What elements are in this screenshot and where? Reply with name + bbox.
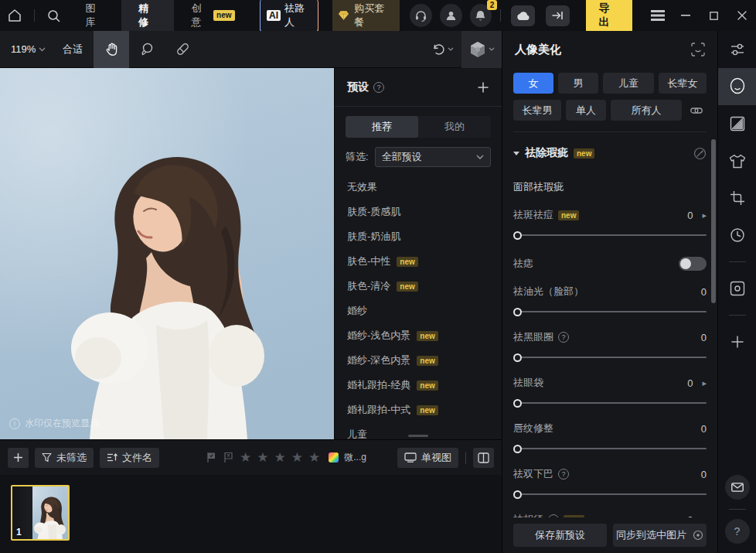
- slider-thumb[interactable]: [513, 308, 522, 316]
- maximize-button[interactable]: [700, 0, 727, 31]
- preview-style-button[interactable]: [461, 31, 502, 68]
- star-rating-4[interactable]: ★: [291, 449, 303, 466]
- account-button[interactable]: [440, 4, 462, 27]
- sidebar-watermark-frame[interactable]: [718, 270, 756, 307]
- section-reset-button[interactable]: [693, 147, 707, 160]
- preset-help-icon[interactable]: ?: [373, 82, 384, 93]
- filter-status-button[interactable]: 未筛选: [35, 448, 94, 468]
- face-btn-female[interactable]: 女: [513, 73, 553, 94]
- slider-track[interactable]: [513, 353, 707, 362]
- sync-to-selected-button[interactable]: 同步到选中图片: [613, 524, 707, 547]
- heal-patch-tool-button[interactable]: [165, 31, 200, 68]
- face-btn-child[interactable]: 儿童: [603, 73, 654, 94]
- slider-thumb[interactable]: [513, 399, 522, 408]
- sidebar-portrait[interactable]: [718, 68, 756, 105]
- slider-track[interactable]: [513, 490, 707, 499]
- close-button[interactable]: [728, 0, 756, 31]
- sidebar-adjustments[interactable]: [718, 31, 756, 68]
- flag-reject-icon[interactable]: [223, 452, 234, 463]
- panel-scrollbar[interactable]: [711, 139, 716, 303]
- face-btn-elder-female[interactable]: 长辈女: [659, 73, 707, 94]
- single-view-button[interactable]: 单视图: [397, 448, 458, 468]
- link-faces-button[interactable]: [686, 100, 707, 121]
- clock-icon: [730, 227, 745, 243]
- star-rating-1[interactable]: ★: [240, 449, 251, 466]
- fit-label: 合适: [63, 43, 83, 55]
- tab-gallery[interactable]: 图库: [68, 0, 121, 31]
- preset-item[interactable]: 肤质-奶油肌: [347, 224, 502, 249]
- slider-thumb[interactable]: [513, 445, 522, 453]
- add-preset-button[interactable]: [477, 81, 489, 94]
- search-icon[interactable]: [39, 0, 69, 31]
- save-new-preset-button[interactable]: 保存新预设: [513, 524, 607, 547]
- preset-item[interactable]: 婚礼跟拍-中式new: [347, 398, 502, 422]
- face-btn-everyone[interactable]: 所有人: [611, 100, 682, 121]
- slider-track[interactable]: [513, 398, 707, 408]
- expand-arrow-icon[interactable]: ▸: [702, 378, 707, 388]
- sidebar-history[interactable]: [718, 217, 756, 254]
- help-button[interactable]: ?: [725, 519, 750, 544]
- undo-button[interactable]: [424, 43, 461, 56]
- support-headset-button[interactable]: [410, 4, 432, 27]
- remove-moles-toggle[interactable]: [679, 257, 707, 271]
- star-rating-5[interactable]: ★: [308, 449, 320, 466]
- preset-item[interactable]: 婚礼跟拍-经典new: [347, 373, 502, 398]
- add-photo-button[interactable]: [8, 448, 29, 468]
- tab-recommended[interactable]: 推荐: [346, 116, 418, 138]
- tab-creative[interactable]: 创意 new: [174, 0, 251, 31]
- preset-item[interactable]: 婚纱: [347, 299, 502, 323]
- slider-thumb[interactable]: [513, 353, 522, 362]
- local-adjust-tool-button[interactable]: [129, 31, 165, 68]
- export-button[interactable]: 导出: [586, 0, 633, 33]
- face-btn-elder-male[interactable]: 长辈男: [513, 100, 561, 121]
- cloud-sync-button[interactable]: [511, 5, 535, 26]
- slider-thumb[interactable]: [513, 490, 522, 499]
- sort-by-button[interactable]: 文件名: [100, 448, 159, 468]
- minimize-button[interactable]: [672, 0, 700, 31]
- photo-canvas[interactable]: ! 水印仅在预览显示: [0, 68, 334, 439]
- ai-remove-passerby-button[interactable]: AI 祛路人: [260, 0, 319, 33]
- hand-tool-button[interactable]: [94, 31, 129, 68]
- help-icon[interactable]: ?: [558, 469, 569, 480]
- face-scan-button[interactable]: [691, 43, 705, 56]
- preset-item[interactable]: 婚纱-浅色内景new: [347, 323, 502, 348]
- color-label-chip[interactable]: [329, 452, 339, 463]
- preset-item[interactable]: 婚纱-深色内景new: [347, 348, 502, 373]
- home-button[interactable]: [0, 0, 29, 31]
- quick-export-button[interactable]: [546, 5, 570, 26]
- section-remove-blemish[interactable]: 祛除瑕疵 new: [513, 146, 707, 160]
- tab-edit[interactable]: 精修: [121, 0, 175, 31]
- split-view-button[interactable]: [473, 448, 494, 468]
- preset-item[interactable]: 无效果: [347, 175, 502, 200]
- slider-track[interactable]: [513, 307, 707, 316]
- sidebar-add-tool[interactable]: [718, 323, 756, 360]
- preset-item[interactable]: 肤色-中性new: [347, 249, 502, 274]
- face-btn-male[interactable]: 男: [558, 73, 598, 94]
- sidebar-clothing[interactable]: [718, 142, 756, 179]
- thumbnail-selected[interactable]: 1: [11, 485, 70, 541]
- slider-track[interactable]: [513, 230, 707, 240]
- scroll-indicator[interactable]: [408, 435, 428, 437]
- feedback-mail-button[interactable]: [725, 475, 750, 500]
- tab-mine[interactable]: 我的: [418, 116, 491, 138]
- star-rating-2[interactable]: ★: [257, 449, 268, 466]
- face-btn-single[interactable]: 单人: [566, 100, 606, 121]
- main-menu-button[interactable]: [643, 0, 671, 31]
- buy-package-button[interactable]: 购买套餐: [332, 0, 400, 32]
- star-rating-3[interactable]: ★: [274, 449, 286, 466]
- sidebar-exposure[interactable]: [718, 105, 756, 142]
- preset-filter-select[interactable]: 全部预设: [375, 147, 491, 167]
- notifications-button[interactable]: 2: [470, 4, 492, 27]
- slider-thumb[interactable]: [513, 231, 522, 240]
- zoom-level-select[interactable]: 119%: [0, 43, 52, 55]
- preset-item[interactable]: 肤色-清冷new: [347, 274, 502, 299]
- tool-sidebar: ?: [717, 31, 756, 553]
- toggle-label: 祛痣: [513, 257, 533, 271]
- expand-arrow-icon[interactable]: ▸: [702, 210, 707, 220]
- help-icon[interactable]: ?: [558, 332, 569, 343]
- slider-track[interactable]: [513, 444, 707, 453]
- flag-pick-icon[interactable]: [206, 452, 217, 463]
- sidebar-crop[interactable]: [718, 179, 756, 217]
- fit-to-screen-button[interactable]: 合适: [52, 43, 94, 56]
- preset-item[interactable]: 肤质-质感肌: [347, 200, 502, 224]
